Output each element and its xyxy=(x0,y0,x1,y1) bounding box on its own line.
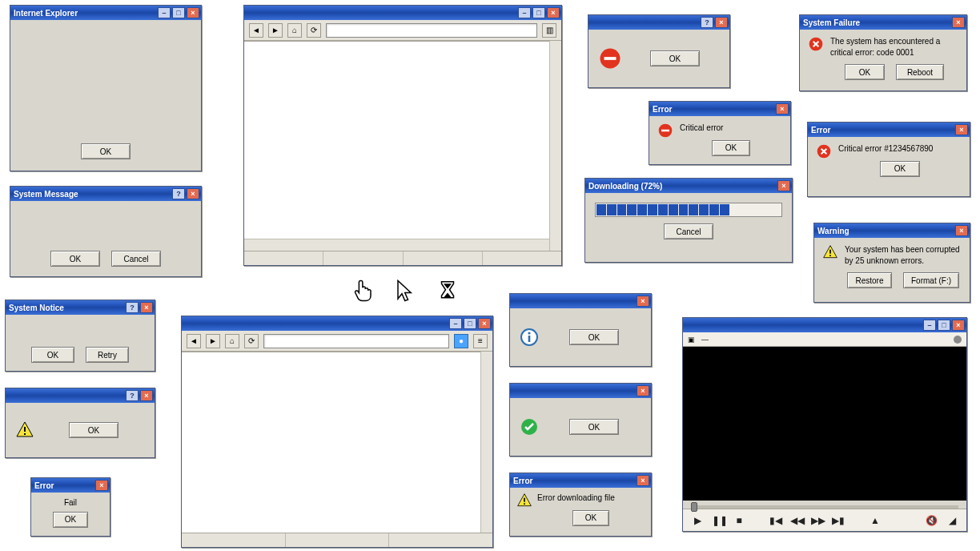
titlebar[interactable]: – □ × xyxy=(244,6,561,20)
ok-button[interactable]: OK xyxy=(569,329,619,345)
maximize-button[interactable]: □ xyxy=(172,7,185,18)
volume-button[interactable]: ◢ xyxy=(946,515,958,526)
vertical-scrollbar[interactable] xyxy=(480,352,492,533)
titlebar[interactable]: Error × xyxy=(510,473,651,488)
titlebar[interactable]: × xyxy=(510,294,651,308)
prev-button[interactable]: ▮◀ xyxy=(769,515,782,526)
menu-button[interactable]: ≡ xyxy=(473,334,488,348)
ok-button[interactable]: OK xyxy=(712,140,750,156)
rewind-button[interactable]: ◀◀ xyxy=(790,515,803,526)
svg-rect-4 xyxy=(604,57,617,60)
ok-button[interactable]: OK xyxy=(69,422,118,438)
ok-button[interactable]: OK xyxy=(81,143,131,159)
titlebar[interactable]: – □ × xyxy=(683,318,966,332)
close-button[interactable]: × xyxy=(777,180,790,191)
ok-button[interactable]: OK xyxy=(569,419,619,435)
horizontal-scrollbar[interactable] xyxy=(244,239,549,251)
close-button[interactable]: × xyxy=(187,188,199,199)
titlebar[interactable]: ? × xyxy=(588,15,729,30)
play-button[interactable]: ▶ xyxy=(691,515,704,526)
close-button[interactable]: × xyxy=(715,17,728,28)
media-menu-item[interactable]: — xyxy=(701,336,709,344)
close-button[interactable]: × xyxy=(637,385,649,396)
titlebar[interactable]: – □ × xyxy=(182,316,492,331)
close-button[interactable]: × xyxy=(776,103,789,115)
titlebar[interactable]: System Failure × xyxy=(800,15,966,30)
close-button[interactable]: × xyxy=(952,320,965,331)
seek-knob[interactable] xyxy=(691,502,697,512)
home-button[interactable]: ⌂ xyxy=(225,334,239,348)
ok-button[interactable]: OK xyxy=(31,347,74,363)
close-button[interactable]: × xyxy=(140,390,153,401)
ok-button[interactable]: OK xyxy=(50,251,100,267)
minimize-button[interactable]: – xyxy=(518,7,531,18)
ok-button[interactable]: OK xyxy=(650,50,700,66)
titlebar[interactable]: × xyxy=(510,384,651,398)
titlebar[interactable]: Error × xyxy=(31,478,110,493)
cancel-button[interactable]: Cancel xyxy=(111,251,161,267)
close-button[interactable]: × xyxy=(140,302,153,313)
titlebar[interactable]: ? × xyxy=(6,388,155,403)
back-button[interactable]: ◄ xyxy=(187,334,201,348)
help-button[interactable]: ? xyxy=(172,188,185,199)
back-button[interactable]: ◄ xyxy=(249,23,263,38)
retry-button[interactable]: Retry xyxy=(86,347,129,363)
window-title: Internet Explorer xyxy=(14,9,78,18)
maximize-button[interactable]: □ xyxy=(464,318,476,329)
mute-button[interactable]: 🔇 xyxy=(925,515,938,526)
ok-button[interactable]: OK xyxy=(880,161,920,177)
help-button[interactable]: ? xyxy=(701,17,713,28)
close-button[interactable]: × xyxy=(637,296,649,307)
close-button[interactable]: × xyxy=(187,7,199,18)
go-button[interactable]: ● xyxy=(454,334,468,348)
close-button[interactable]: × xyxy=(955,124,968,135)
media-menu-item[interactable]: ▣ xyxy=(688,336,695,344)
help-button[interactable]: ? xyxy=(126,302,139,313)
cancel-button[interactable]: Cancel xyxy=(664,223,713,239)
pause-button[interactable]: ❚❚ xyxy=(712,515,725,526)
next-button[interactable]: ▶▮ xyxy=(832,515,845,526)
titlebar[interactable]: Internet Explorer – □ × xyxy=(10,6,201,20)
stop-button[interactable]: ■ xyxy=(733,515,745,526)
minimize-button[interactable]: – xyxy=(449,318,462,329)
help-button[interactable]: ? xyxy=(126,390,139,401)
forward-button[interactable]: ► xyxy=(206,334,220,348)
toolbar: ◄ ► ⌂ ⟳ ▥ xyxy=(244,20,561,41)
ok-button[interactable]: OK xyxy=(845,64,885,80)
refresh-button[interactable]: ⟳ xyxy=(244,334,259,348)
restore-button[interactable]: Restore xyxy=(847,272,892,288)
address-bar[interactable] xyxy=(326,23,537,38)
reboot-button[interactable]: Reboot xyxy=(896,64,944,80)
close-button[interactable]: × xyxy=(955,225,968,236)
status-bar xyxy=(244,251,561,265)
refresh-button[interactable]: ⟳ xyxy=(307,23,321,38)
folder-button[interactable]: ▥ xyxy=(542,23,556,38)
vertical-scrollbar[interactable] xyxy=(549,41,561,251)
forward-button[interactable]: ▶▶ xyxy=(811,515,824,526)
ok-button[interactable]: OK xyxy=(572,510,609,526)
seek-bar[interactable] xyxy=(691,505,958,509)
close-button[interactable]: × xyxy=(547,7,560,18)
address-bar[interactable] xyxy=(263,334,449,348)
format-button[interactable]: Format (F:) xyxy=(903,272,959,288)
ok-button[interactable]: OK xyxy=(53,512,88,528)
eject-button[interactable]: ▲ xyxy=(869,515,882,526)
titlebar[interactable]: System Message ? × xyxy=(10,187,201,201)
close-button[interactable]: × xyxy=(637,475,649,486)
close-button[interactable]: × xyxy=(95,480,108,491)
home-button[interactable]: ⌂ xyxy=(287,23,302,38)
titlebar[interactable]: Downloading (72%) × xyxy=(585,179,792,193)
close-button[interactable]: × xyxy=(478,318,491,329)
minimize-button[interactable]: – xyxy=(158,7,171,18)
titlebar[interactable]: Error × xyxy=(649,102,790,116)
maximize-button[interactable]: □ xyxy=(532,7,545,18)
titlebar[interactable]: Error × xyxy=(808,123,970,137)
gear-icon[interactable] xyxy=(954,336,962,344)
forward-button[interactable]: ► xyxy=(268,23,283,38)
minimize-button[interactable]: – xyxy=(923,320,936,331)
titlebar[interactable]: System Notice ? × xyxy=(6,300,155,315)
message-text: The system has encountered a critical er… xyxy=(830,36,958,58)
close-button[interactable]: × xyxy=(952,17,965,28)
titlebar[interactable]: Warning × xyxy=(814,223,970,238)
maximize-button[interactable]: □ xyxy=(938,320,950,331)
